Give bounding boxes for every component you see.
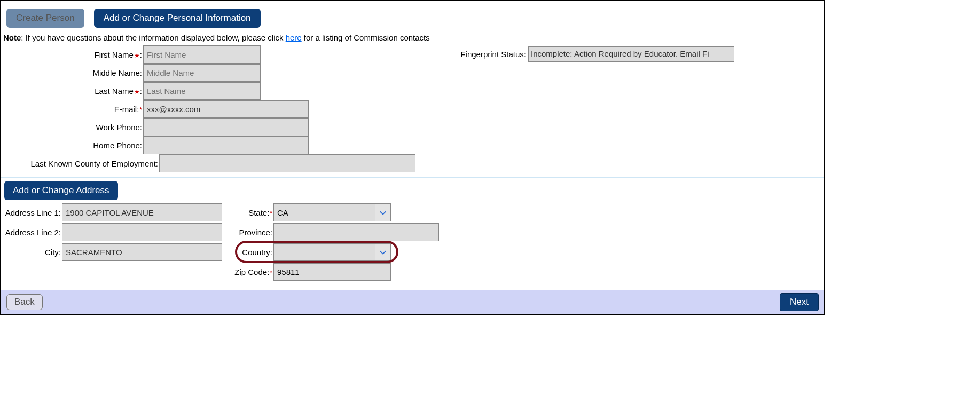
state-select[interactable] (273, 203, 375, 221)
chevron-down-icon (379, 249, 387, 256)
home-phone-input[interactable] (143, 136, 309, 154)
required-star-icon: * (139, 106, 142, 114)
country-dropdown-button[interactable] (375, 243, 391, 261)
address-line2-label: Address Line 2: (5, 228, 61, 237)
address-line1-label: Address Line 1: (5, 208, 61, 217)
last-name-input[interactable] (143, 82, 261, 100)
address-line2-input[interactable] (62, 223, 222, 241)
personal-info-tab[interactable]: Add or Change Personal Information (94, 9, 261, 28)
back-button[interactable]: Back (6, 294, 43, 310)
last-name-label: Last Name (95, 86, 134, 96)
required-star-icon: ★ (134, 88, 140, 96)
add-change-address-tab[interactable]: Add or Change Address (4, 181, 118, 200)
zip-code-input[interactable] (273, 263, 391, 281)
required-star-icon: * (270, 210, 272, 217)
email-label: E-mail: (114, 105, 139, 114)
fingerprint-status-value: Incomplete: Action Required by Educator.… (528, 46, 734, 62)
home-phone-label: Home Phone: (93, 141, 142, 150)
state-label: State: (248, 208, 269, 217)
note-body2: for a listing of Commission contacts (302, 33, 430, 42)
country-label: Country: (242, 248, 272, 257)
required-star-icon: ★ (134, 52, 140, 59)
first-name-input[interactable] (143, 45, 261, 64)
email-input[interactable] (143, 100, 309, 118)
next-button[interactable]: Next (780, 293, 819, 311)
chevron-down-icon (379, 209, 387, 217)
note-prefix: Note (3, 33, 21, 42)
country-select[interactable] (273, 243, 375, 261)
required-star-icon: * (270, 269, 272, 276)
note-body1: : If you have questions about the inform… (21, 33, 285, 42)
province-input[interactable] (273, 223, 439, 241)
address-line1-input[interactable] (62, 203, 222, 221)
middle-name-label: Middle Name: (92, 68, 142, 77)
fingerprint-status-label: Fingerprint Status: (460, 50, 526, 59)
city-label: City: (45, 248, 61, 257)
county-employment-label: Last Known County of Employment: (31, 159, 158, 168)
create-person-tab[interactable]: Create Person (6, 9, 84, 28)
state-dropdown-button[interactable] (375, 203, 391, 221)
province-label: Province: (239, 228, 272, 237)
county-employment-input[interactable] (159, 154, 415, 172)
work-phone-label: Work Phone: (96, 123, 142, 132)
middle-name-input[interactable] (143, 64, 261, 82)
note-text: Note: If you have questions about the in… (1, 32, 824, 45)
first-name-label: First Name (94, 50, 133, 59)
city-input[interactable] (62, 243, 222, 261)
work-phone-input[interactable] (143, 118, 309, 136)
here-link[interactable]: here (286, 33, 302, 42)
zip-code-label: Zip Code: (234, 267, 269, 276)
